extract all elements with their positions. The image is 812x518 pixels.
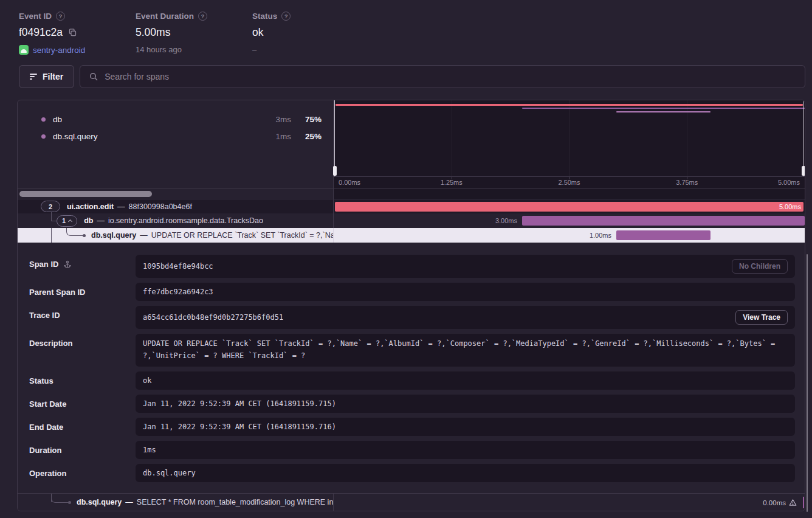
detail-label: End Date: [29, 423, 63, 432]
op-name: db: [53, 115, 275, 124]
event-duration-value: 5.00ms: [136, 26, 252, 39]
event-id-label: Event ID: [19, 12, 52, 21]
span-bar[interactable]: [522, 216, 805, 226]
minimap-span-db-sql-query: [616, 111, 710, 112]
detail-row-description: Description UPDATE OR REPLACE `Track` SE…: [29, 334, 805, 367]
view-trace-button[interactable]: View Trace: [735, 310, 788, 325]
anchor-icon[interactable]: [63, 260, 72, 269]
window-right-handle[interactable]: [802, 166, 805, 176]
minimap-span-db: [522, 108, 805, 109]
span-timeline-cell: 3.00ms: [334, 213, 805, 228]
android-icon: [19, 45, 29, 55]
span-bar[interactable]: [616, 230, 710, 240]
warning-icon: [789, 499, 797, 506]
span-bar-zero-width[interactable]: [803, 497, 804, 508]
event-id-label-row: Event ID ?: [19, 12, 136, 21]
status-label: Status: [252, 12, 277, 21]
axis-label: 5.00ms: [778, 179, 800, 186]
span-row-ui-action-edit[interactable]: 2 ui.action.edit — 88f300998a0b4e6f 5.00…: [18, 199, 805, 213]
span-search-input[interactable]: [105, 72, 796, 81]
op-percent: 25%: [301, 132, 322, 141]
op-name: db.sql.query: [53, 132, 275, 141]
trace-view-panel: db 3ms 75% db.sql.query 1ms 25%: [17, 100, 805, 511]
event-age: 14 hours ago: [136, 45, 252, 54]
span-desc: io.sentry.android.roomsample.data.Tracks…: [108, 216, 263, 225]
scrollbar-thumb[interactable]: [19, 191, 152, 197]
span-row-db[interactable]: 1 db — io.sentry.android.roomsample.data…: [18, 213, 805, 228]
detail-value: Jan 11, 2022 9:52:39 AM CET (1641891159.…: [143, 399, 336, 408]
help-icon[interactable]: ?: [56, 12, 65, 21]
detail-row-span-id: Span ID 1095bd4ef8e94bcc No Children: [29, 255, 805, 278]
separator: —: [125, 498, 133, 506]
tree-horizontal-scrollbar[interactable]: [18, 188, 334, 199]
detail-label: Operation: [29, 469, 66, 478]
detail-row-end-date: End Date Jan 11, 2022 9:52:39 AM CET (16…: [29, 418, 805, 436]
span-bar[interactable]: [335, 202, 803, 212]
detail-row-status: Status ok: [29, 371, 805, 390]
span-op: db.sql.query: [77, 498, 122, 506]
minimap-span-ui-action-edit: [335, 104, 803, 106]
detail-value: 1ms: [143, 446, 156, 454]
span-timeline-cell: 5.00ms: [334, 199, 805, 213]
leaf-dot: [68, 501, 71, 504]
window-right-edge: [803, 100, 804, 176]
help-icon[interactable]: ?: [281, 12, 291, 21]
window-left-handle[interactable]: [333, 166, 337, 176]
legend-item-db[interactable]: db 3ms 75%: [18, 111, 333, 128]
axis-label: 0.00ms: [339, 179, 360, 186]
op-color-dot: [41, 117, 46, 122]
span-details-panel: Span ID 1095bd4ef8e94bcc No Children: [18, 243, 805, 493]
trace-minimap[interactable]: 0.00ms 1.25ms 2.50ms 3.75ms 5.00ms: [334, 100, 805, 188]
event-header: Event ID ? f0491c2a sentry-android Event: [0, 0, 812, 55]
search-icon: [89, 72, 98, 81]
detail-value: 1095bd4ef8e94bcc: [143, 262, 213, 271]
span-timeline-cell: 0.00ms: [334, 494, 805, 511]
span-op: db.sql.query: [91, 231, 136, 240]
op-duration: 3ms: [275, 115, 291, 124]
detail-value: ffe7dbc92a6942c3: [143, 288, 213, 296]
span-desc: UPDATE OR REPLACE `Track` SET `TrackId` …: [151, 231, 334, 240]
op-duration: 1ms: [275, 132, 291, 141]
tree-connector-elbow: [66, 228, 84, 236]
span-desc: 88f300998a0b4e6f: [129, 202, 192, 211]
spans-toolbar: Filter: [19, 65, 805, 88]
children-count-badge[interactable]: 2: [41, 201, 60, 212]
span-name-cell: db.sql.query — SELECT * FROM room_table_…: [18, 494, 334, 511]
detail-value: ok: [143, 376, 151, 385]
detail-row-operation: Operation db.sql.query: [29, 464, 805, 482]
span-search-box[interactable]: [80, 65, 805, 88]
detail-row-start-date: Start Date Jan 11, 2022 9:52:39 AM CET (…: [29, 395, 805, 413]
project-link[interactable]: sentry-android: [33, 46, 85, 55]
copy-icon[interactable]: [68, 28, 77, 37]
filter-icon: [30, 74, 37, 80]
help-icon[interactable]: ?: [198, 12, 207, 21]
axis-label: 2.50ms: [558, 179, 580, 186]
filter-button-label: Filter: [43, 72, 63, 81]
span-duration-label: 1.00ms: [590, 228, 611, 243]
span-timeline-cell: 1.00ms: [334, 228, 805, 243]
detail-value: a654cc61dc0b48ef9d0b27275b6f0d51: [143, 313, 283, 322]
tree-connector: [51, 228, 52, 243]
children-count-badge-expanded[interactable]: 1: [57, 215, 77, 227]
separator: —: [97, 216, 105, 225]
event-duration-label-row: Event Duration ?: [136, 12, 252, 21]
status-label-row: Status ?: [252, 12, 369, 21]
span-op: db: [84, 216, 93, 225]
detail-label: Trace ID: [29, 311, 60, 320]
gridline: [569, 100, 570, 176]
operations-legend: db 3ms 75% db.sql.query 1ms 25%: [18, 100, 334, 188]
legend-item-db-sql-query[interactable]: db.sql.query 1ms 25%: [18, 128, 333, 145]
tree-connector-elbow: [51, 494, 69, 503]
span-row-db-sql-query-selected[interactable]: db.sql.query — UPDATE OR REPLACE `Track`…: [18, 228, 805, 243]
span-row-db-sql-query-select[interactable]: db.sql.query — SELECT * FROM room_table_…: [18, 493, 805, 511]
detail-row-duration: Duration 1ms: [29, 441, 805, 459]
details-vertical-scrollbar[interactable]: [807, 254, 808, 512]
span-desc: SELECT * FROM room_table_modification_lo…: [137, 498, 334, 506]
axis-label: 1.25ms: [441, 179, 463, 186]
no-children-button[interactable]: No Children: [732, 259, 788, 274]
span-name-cell: 2 ui.action.edit — 88f300998a0b4e6f: [18, 199, 334, 213]
filter-button[interactable]: Filter: [19, 65, 74, 88]
status-sub: –: [252, 45, 369, 54]
span-duration-label: 3.00ms: [495, 213, 517, 228]
minimap-chart: [334, 100, 805, 176]
